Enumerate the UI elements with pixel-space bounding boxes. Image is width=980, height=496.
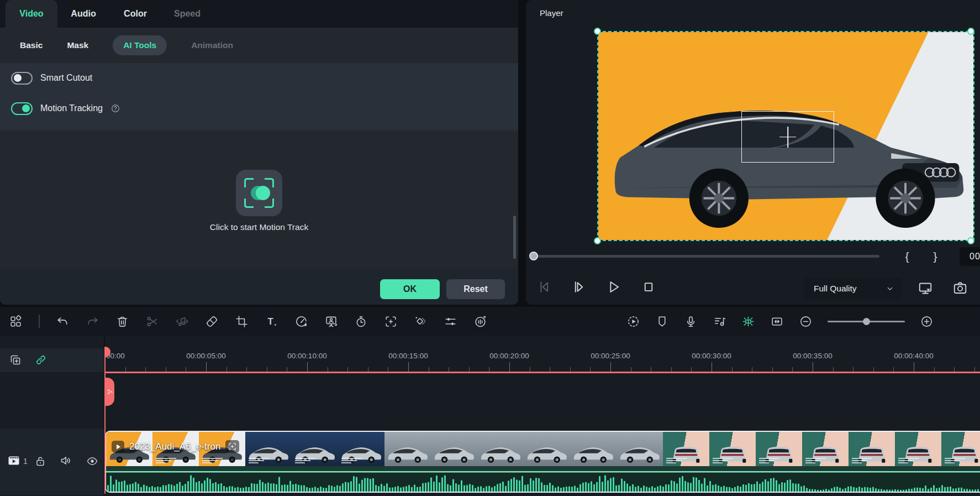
smart-cutout-toggle[interactable] <box>11 72 33 85</box>
time-ruler[interactable]: 00:0000:00:05:0000:00:10:0000:00:15:0000… <box>104 348 980 374</box>
toggle-row-smart-cutout: Smart Cutout <box>11 71 92 85</box>
motion-track-area: Click to start Motion Track <box>0 130 518 268</box>
transport-controls <box>536 279 657 295</box>
playhead[interactable] <box>104 347 106 494</box>
ruler-tick <box>509 362 510 372</box>
thumbnail-caption-lines <box>805 457 831 463</box>
adjust-sliders-button[interactable] <box>444 315 457 328</box>
microphone-button[interactable] <box>684 315 698 328</box>
resize-handle-bottom-left[interactable] <box>594 237 601 244</box>
keyframe-button[interactable] <box>414 315 428 328</box>
ok-button[interactable]: OK <box>380 279 440 299</box>
subtab-mask[interactable]: Mask <box>67 40 88 50</box>
prev-frame-button[interactable] <box>536 279 552 295</box>
snapshot-button[interactable] <box>952 280 968 296</box>
mark-in-button[interactable]: { <box>899 248 915 265</box>
playhead-scissors-button[interactable] <box>106 378 114 406</box>
panel-scrollbar[interactable] <box>513 216 516 259</box>
clip-thumbnail <box>292 432 338 466</box>
zoom-in-button[interactable] <box>920 315 934 328</box>
clip-thumbnail <box>617 432 663 466</box>
ruler-tick <box>368 367 368 372</box>
video-track-header: 1 <box>0 429 104 495</box>
timeline: 1 00:0000:00:05:0000:00:10:0000:00:15:00… <box>0 336 980 496</box>
detach-audio-button[interactable] <box>175 315 189 328</box>
ruler-label: 00:00:30:00 <box>692 352 731 360</box>
subtab-animation[interactable]: Animation <box>191 40 233 50</box>
ruler-tick <box>914 362 914 372</box>
redo-button[interactable] <box>86 315 99 328</box>
speed-dial-button[interactable] <box>294 315 308 328</box>
zoom-out-button[interactable] <box>799 315 813 328</box>
mute-track-button[interactable] <box>59 454 72 467</box>
audio-mixer-button[interactable] <box>713 315 726 328</box>
thumbnail-caption-lines <box>666 457 692 463</box>
media-layout-button[interactable] <box>9 315 23 328</box>
tab-video[interactable]: Video <box>6 0 57 28</box>
ruler-tick <box>853 367 853 372</box>
resize-handle-top-left[interactable] <box>594 28 601 35</box>
quality-selector[interactable]: Full Quality <box>804 278 902 300</box>
ruler-tick <box>489 367 489 372</box>
play-button[interactable] <box>605 279 622 295</box>
hide-track-button[interactable] <box>86 455 99 468</box>
motion-tracking-box[interactable] <box>741 111 834 163</box>
thumbnail-caption-lines <box>156 457 181 463</box>
tab-speed[interactable]: Speed <box>161 0 213 28</box>
zoom-slider-handle[interactable] <box>863 318 870 325</box>
tab-color[interactable]: Color <box>109 0 161 28</box>
filmora-app: VideoAudioColorSpeed BasicMaskAI ToolsAn… <box>0 0 980 496</box>
crop-button[interactable] <box>235 315 249 328</box>
mark-out-button[interactable]: } <box>928 248 943 265</box>
text-tool-button[interactable]: T <box>265 315 278 328</box>
ruler-tick <box>691 367 692 372</box>
trash-button[interactable] <box>115 315 129 328</box>
tab-audio[interactable]: Audio <box>57 0 109 28</box>
video-clip[interactable]: 2023_Audi_A6_e-tron <box>105 431 980 493</box>
scissors-button[interactable] <box>145 315 159 328</box>
reset-button[interactable]: Reset <box>446 279 505 299</box>
presentation-button[interactable] <box>324 315 338 328</box>
lock-track-button[interactable] <box>34 455 47 468</box>
subtab-basic[interactable]: Basic <box>20 40 43 50</box>
ruler-tick <box>631 367 631 372</box>
stopwatch-button[interactable] <box>354 315 368 328</box>
ruler-tick <box>954 367 955 372</box>
ruler-tick <box>671 367 672 372</box>
resize-handle-bottom-right[interactable] <box>967 237 974 244</box>
tag-button[interactable] <box>205 315 219 328</box>
ruler-tick <box>328 367 328 372</box>
auto-ripple-button[interactable] <box>741 315 755 328</box>
motion-track-target-button[interactable] <box>384 315 398 328</box>
toggle-row-motion-tracking: Motion Tracking <box>11 101 120 116</box>
marker-button[interactable] <box>655 315 669 328</box>
detach-monitor-button[interactable] <box>917 280 934 296</box>
ruler-tick <box>267 367 267 372</box>
preview-frame[interactable] <box>598 32 973 240</box>
help-icon[interactable] <box>110 103 120 113</box>
clip-thumbnail <box>849 432 895 466</box>
ruler-tick <box>833 367 834 372</box>
seek-bar[interactable] <box>533 255 879 258</box>
motion-tracking-toggle[interactable] <box>11 102 33 115</box>
render-preview-button[interactable] <box>626 315 640 328</box>
add-track-button[interactable] <box>9 353 22 367</box>
link-icon[interactable] <box>34 353 48 367</box>
timeline-zoom-slider[interactable] <box>828 315 905 328</box>
ruler-tick <box>246 367 247 372</box>
thumbnail-caption-lines <box>249 457 274 463</box>
resize-handle-top-right[interactable] <box>967 28 974 35</box>
ai-tools-section: Smart CutoutMotion Tracking <box>0 63 518 130</box>
audio-cycle-button[interactable] <box>473 315 487 328</box>
fit-timeline-button[interactable] <box>770 315 784 328</box>
thumbnail-caption-lines <box>759 457 784 463</box>
seek-handle[interactable] <box>529 252 538 260</box>
ruler-label: 00:00:05:00 <box>186 352 225 360</box>
next-frame-button[interactable] <box>571 279 587 295</box>
motion-track-hint: Click to start Motion Track <box>0 222 518 232</box>
start-motion-track-button[interactable] <box>236 170 282 216</box>
stop-button[interactable] <box>640 279 657 295</box>
undo-button[interactable] <box>56 315 70 328</box>
subtab-ai-tools[interactable]: AI Tools <box>113 35 167 55</box>
ruler-tick <box>550 367 550 372</box>
